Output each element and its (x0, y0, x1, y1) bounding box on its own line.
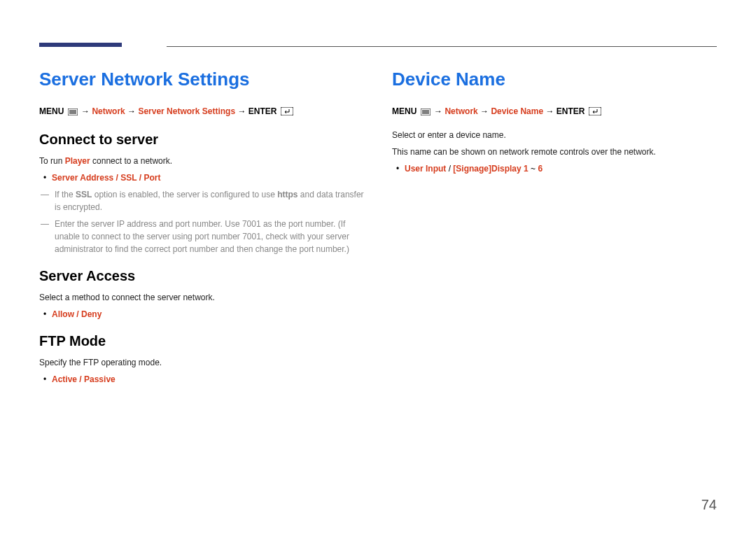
ftp-body: Specify the FTP operating mode. (39, 356, 364, 369)
right-column: Device Name MENU → Network → Device Name… (392, 69, 717, 390)
bc-enter-label-r: ENTER (556, 106, 585, 116)
connect-options: Server Address / SSL / Port (52, 173, 160, 183)
bc-menu-label-r: MENU (392, 106, 416, 116)
menu-icon (68, 107, 78, 119)
connect-body: To run Player connect to a network. (39, 155, 364, 167)
header-accent-bar (39, 43, 122, 47)
left-column: Server Network Settings MENU → Network →… (39, 69, 364, 390)
connect-post: connect to a network. (90, 156, 172, 166)
bc-arrow-1: → (81, 106, 92, 116)
ip-note-text: Enter the server IP address and port num… (55, 219, 349, 254)
ssl-bold: SSL (76, 190, 92, 199)
dn-user-input: User Input (405, 164, 446, 174)
ssl-note: ― If the SSL option is enabled, the serv… (39, 188, 364, 213)
page-number: 74 (701, 497, 717, 513)
ip-note: ― Enter the server IP address and port n… (39, 218, 364, 255)
heading-connect-to-server: Connect to server (39, 132, 364, 148)
connect-pre: To run (39, 156, 65, 166)
bc-arrow-3r: → (545, 106, 556, 116)
heading-device-name: Device Name (392, 69, 717, 90)
ssl-https: https (277, 190, 298, 199)
ssl-mid: option is enabled, the server is configu… (92, 190, 277, 199)
dn-body2: This name can be shown on network remote… (392, 146, 717, 158)
bc-enter-label: ENTER (248, 106, 277, 116)
svg-rect-4 (281, 107, 293, 115)
breadcrumb-sns: MENU → Network → Server Network Settings… (39, 106, 364, 119)
dn-sep: / (446, 164, 453, 174)
bc-arrow-1r: → (434, 106, 444, 116)
bc-network-r: Network (444, 106, 477, 116)
dn-body1: Select or enter a device name. (392, 129, 717, 141)
dn-options-bullet: User Input / [Signage]Display 1 ~ 6 (392, 162, 717, 175)
dn-six: 6 (538, 164, 542, 174)
enter-icon (281, 107, 293, 119)
access-options-bullet: Allow / Deny (39, 308, 364, 321)
header-rule (167, 46, 717, 47)
ssl-pre: If the (55, 190, 76, 199)
bc-sns: Server Network Settings (138, 106, 235, 116)
connect-player: Player (65, 156, 90, 166)
content-columns: Server Network Settings MENU → Network →… (39, 69, 717, 390)
bc-arrow-2: → (127, 106, 138, 116)
dn-signage: [Signage]Display 1 (453, 164, 528, 174)
svg-rect-9 (589, 107, 601, 115)
heading-server-access: Server Access (39, 268, 364, 284)
bc-network: Network (92, 106, 125, 116)
heading-ftp-mode: FTP Mode (39, 333, 364, 349)
menu-icon-r (421, 107, 430, 119)
ftp-options-bullet: Active / Passive (39, 373, 364, 386)
bc-dn: Device Name (491, 106, 543, 116)
bc-menu-label: MENU (39, 106, 64, 116)
bc-arrow-3: → (237, 106, 248, 116)
dn-tilde: ~ (528, 164, 538, 174)
bc-arrow-2r: → (480, 106, 491, 116)
ftp-options: Active / Passive (52, 374, 115, 384)
access-options: Allow / Deny (52, 309, 102, 319)
heading-server-network-settings: Server Network Settings (39, 69, 364, 90)
access-body: Select a method to connect the server ne… (39, 291, 364, 304)
breadcrumb-dn: MENU → Network → Device Name → ENTER (392, 106, 717, 119)
enter-icon-r (589, 107, 601, 119)
connect-options-bullet: Server Address / SSL / Port (39, 171, 364, 184)
